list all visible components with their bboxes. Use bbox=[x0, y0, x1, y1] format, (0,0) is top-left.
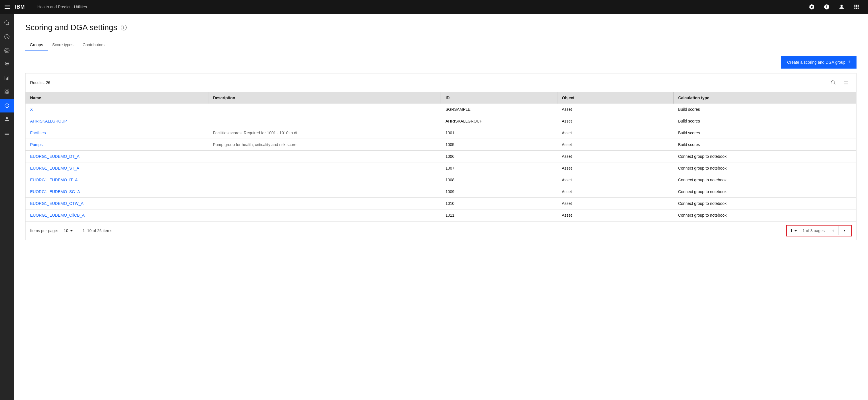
cell-calc-type: Connect group to notebook bbox=[673, 162, 856, 174]
toolbar-row: Create a scoring and DGA group + bbox=[25, 51, 857, 73]
cell-description bbox=[208, 103, 441, 115]
nav-icons bbox=[805, 0, 863, 14]
cell-object: Asset bbox=[557, 210, 673, 221]
cell-description bbox=[208, 186, 441, 198]
row-name-link[interactable]: EUORG1_EUDEMO_IT_A bbox=[30, 178, 78, 182]
results-count: Results: 26 bbox=[30, 80, 828, 85]
cell-name: X bbox=[26, 103, 208, 115]
sidebar-item-recent[interactable] bbox=[0, 30, 14, 43]
tab-score-types[interactable]: Score types bbox=[48, 39, 78, 51]
cell-description bbox=[208, 115, 441, 127]
cell-calc-type: Connect group to notebook bbox=[673, 186, 856, 198]
sidebar-item-search[interactable] bbox=[0, 16, 14, 30]
row-name-link[interactable]: EUORG1_EUDEMO_SG_A bbox=[30, 189, 80, 194]
cell-calc-type: Connect group to notebook bbox=[673, 198, 856, 210]
help-icon-btn[interactable] bbox=[820, 0, 834, 14]
cell-id: 1011 bbox=[441, 210, 557, 221]
info-icon[interactable]: i bbox=[121, 25, 127, 30]
svg-rect-1 bbox=[5, 7, 10, 7]
svg-rect-8 bbox=[858, 6, 859, 7]
cell-description: Facilities scores. Required for 1001 - 1… bbox=[208, 127, 441, 139]
sidebar-item-settings2[interactable] bbox=[0, 126, 14, 140]
cell-id: 1006 bbox=[441, 151, 557, 162]
user-avatar-btn[interactable] bbox=[835, 0, 848, 14]
apps-icon-btn[interactable] bbox=[849, 0, 863, 14]
table-row: XSGRSAMPLEAssetBuild scores bbox=[26, 103, 856, 115]
row-name-link[interactable]: Pumps bbox=[30, 142, 43, 147]
svg-rect-2 bbox=[5, 8, 10, 9]
cell-id: SGRSAMPLE bbox=[441, 103, 557, 115]
page-select[interactable]: 1 bbox=[788, 227, 800, 234]
page-of-label: 1 of 3 pages bbox=[800, 227, 827, 234]
cell-id: 1005 bbox=[441, 139, 557, 151]
cell-description: Pump group for health, criticality and r… bbox=[208, 139, 441, 151]
tab-groups[interactable]: Groups bbox=[25, 39, 48, 51]
cell-calc-type: Connect group to notebook bbox=[673, 151, 856, 162]
settings-icon-btn[interactable] bbox=[805, 0, 818, 14]
sidebar-item-user[interactable] bbox=[0, 113, 14, 126]
cell-id: 1001 bbox=[441, 127, 557, 139]
table-row: EUORG1_EUDEMO_SG_A1009AssetConnect group… bbox=[26, 186, 856, 198]
svg-rect-10 bbox=[856, 8, 857, 9]
cell-description bbox=[208, 151, 441, 162]
items-per-page-select[interactable]: 10 bbox=[61, 227, 76, 234]
table-container: Results: 26 Name Description bbox=[25, 73, 857, 240]
table-body: XSGRSAMPLEAssetBuild scoresAHRISKALLGROU… bbox=[26, 103, 856, 221]
cell-object: Asset bbox=[557, 162, 673, 174]
sidebar-item-grid[interactable] bbox=[0, 85, 14, 99]
table-row: EUORG1_EUDEMO_IT_A1008AssetConnect group… bbox=[26, 174, 856, 186]
cell-name: EUORG1_EUDEMO_DT_A bbox=[26, 151, 208, 162]
cell-object: Asset bbox=[557, 115, 673, 127]
table-header-row: Results: 26 bbox=[26, 73, 856, 92]
table-row: EUORG1_EUDEMO_DT_A1006AssetConnect group… bbox=[26, 151, 856, 162]
sidebar-item-location[interactable] bbox=[0, 57, 14, 71]
col-header-description: Description bbox=[208, 92, 441, 103]
page-title: Scoring and DGA settings bbox=[25, 23, 117, 32]
cell-name: AHRISKALLGROUP bbox=[26, 115, 208, 127]
row-name-link[interactable]: AHRISKALLGROUP bbox=[30, 119, 67, 123]
cell-description bbox=[208, 198, 441, 210]
cell-calc-type: Build scores bbox=[673, 127, 856, 139]
col-header-calc-type: Calculation type bbox=[673, 92, 856, 103]
cell-description bbox=[208, 162, 441, 174]
row-name-link[interactable]: EUORG1_EUDEMO_DT_A bbox=[30, 154, 80, 159]
menu-icon[interactable] bbox=[5, 4, 10, 10]
cell-object: Asset bbox=[557, 151, 673, 162]
cell-object: Asset bbox=[557, 103, 673, 115]
next-page-button[interactable] bbox=[838, 226, 850, 235]
search-table-button[interactable] bbox=[828, 77, 839, 88]
column-settings-button[interactable] bbox=[840, 77, 851, 88]
create-scoring-group-button[interactable]: Create a scoring and DGA group + bbox=[781, 56, 857, 69]
cell-id: 1008 bbox=[441, 174, 557, 186]
col-header-id: ID bbox=[441, 92, 557, 103]
cell-id: AHRISKALLGROUP bbox=[441, 115, 557, 127]
row-name-link[interactable]: EUORG1_EUDEMO_OTW_A bbox=[30, 201, 84, 206]
row-name-link[interactable]: EUORG1_EUDEMO_OilCB_A bbox=[30, 213, 85, 217]
create-plus-icon: + bbox=[848, 59, 851, 65]
cell-calc-type: Connect group to notebook bbox=[673, 174, 856, 186]
sidebar bbox=[0, 14, 14, 400]
prev-page-button[interactable] bbox=[827, 226, 838, 235]
sidebar-item-chart[interactable] bbox=[0, 71, 14, 85]
cell-name: EUORG1_EUDEMO_IT_A bbox=[26, 174, 208, 186]
cell-object: Asset bbox=[557, 174, 673, 186]
data-table: Name Description ID Object Calculation t… bbox=[26, 92, 856, 221]
cell-description bbox=[208, 210, 441, 221]
row-name-link[interactable]: X bbox=[30, 107, 33, 112]
sidebar-item-active[interactable] bbox=[0, 99, 14, 113]
table-row: AHRISKALLGROUPAHRISKALLGROUPAssetBuild s… bbox=[26, 115, 856, 127]
row-name-link[interactable]: Facilities bbox=[30, 130, 45, 135]
page-title-row: Scoring and DGA settings i bbox=[25, 23, 857, 32]
items-range: 1–10 of 26 items bbox=[83, 228, 113, 233]
sidebar-item-target[interactable] bbox=[0, 43, 14, 57]
pagination-right: 1 1 of 3 pages bbox=[786, 225, 851, 237]
cell-calc-type: Build scores bbox=[673, 103, 856, 115]
cell-name: EUORG1_EUDEMO_OTW_A bbox=[26, 198, 208, 210]
table-toolbar-icons bbox=[828, 77, 851, 88]
items-per-page-label: Items per page: bbox=[30, 228, 58, 233]
row-name-link[interactable]: EUORG1_EUDEMO_ST_A bbox=[30, 166, 79, 171]
tab-contributors[interactable]: Contributors bbox=[78, 39, 109, 51]
main-content: Scoring and DGA settings i Groups Score … bbox=[14, 14, 868, 400]
cell-name: Facilities bbox=[26, 127, 208, 139]
tabs: Groups Score types Contributors bbox=[25, 39, 857, 51]
